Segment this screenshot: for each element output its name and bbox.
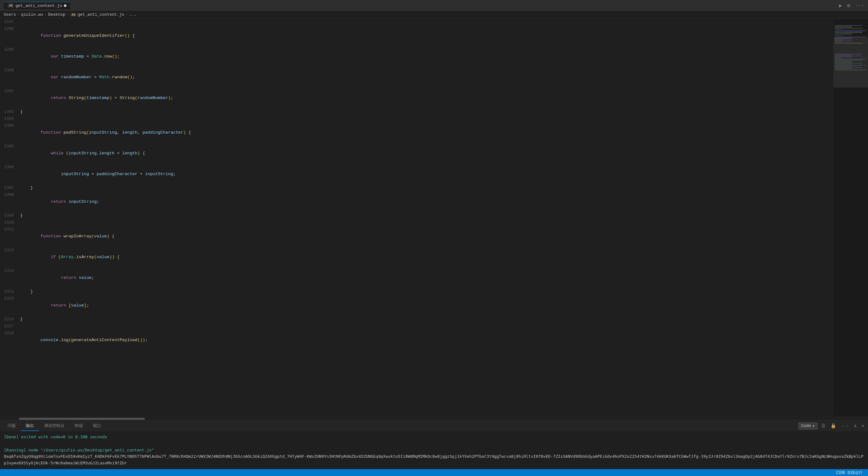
- breadcrumb-filename: get_anti_content.js: [78, 12, 124, 17]
- tab-ports[interactable]: 端口: [88, 421, 106, 431]
- output-result-line: 0aqAfxnZqyG9qg9Vciom7nxFExO34vKmIyzT_K4D…: [4, 453, 864, 467]
- tab-terminal[interactable]: 终端: [69, 421, 88, 431]
- table-row: 1303: [0, 115, 833, 122]
- status-bar-label: CSDN 在线运行: [834, 470, 864, 475]
- more-actions-icon[interactable]: ···: [855, 3, 864, 8]
- lock-icon[interactable]: 🔒: [829, 422, 837, 429]
- split-editor-icon[interactable]: ⊞: [847, 2, 850, 9]
- breadcrumb: Users › qiulin.wu › Desktop › JS get_ant…: [0, 11, 868, 19]
- minimap[interactable]: [833, 19, 868, 417]
- panel-tabs-left: 问题 输出 调试控制台 终端 端口: [2, 421, 106, 431]
- close-panel-icon[interactable]: ✕: [861, 422, 866, 429]
- breadcrumb-users: Users: [4, 12, 16, 17]
- breadcrumb-desktop: Desktop: [48, 12, 65, 17]
- more-panel-icon[interactable]: ···: [840, 423, 850, 429]
- table-row: 1304 function padString(inputString, len…: [0, 122, 833, 143]
- panel-tabs: 问题 输出 调试控制台 终端 端口 Code ▾ ☰ 🔒 ··· ∧: [0, 420, 868, 431]
- table-row: 1298 function generateUniqueIdentifier()…: [0, 26, 833, 46]
- table-row: 1301 return String(timestamp) + String(r…: [0, 88, 833, 108]
- table-row: 1317: [0, 323, 833, 330]
- editor-container: 1297 1298 function generateUniqueIdentif…: [0, 19, 868, 417]
- chevron-down-icon: ▾: [812, 423, 815, 429]
- table-row: 1310: [0, 219, 833, 226]
- run-icon[interactable]: ▶: [839, 2, 842, 9]
- breadcrumb-sep3: ›: [66, 12, 69, 17]
- breadcrumb-more: ...: [129, 12, 136, 17]
- table-row: 1305 while (inputString.length < length)…: [0, 143, 833, 164]
- table-row: 1312 if (Array.isArray(value)) {: [0, 247, 833, 268]
- output-blank-line: [4, 440, 864, 447]
- output-running-line: [Running] node "/Users/qiulin.wu/Desktop…: [4, 447, 864, 454]
- breadcrumb-js-icon: JS: [70, 13, 76, 16]
- chevron-up-icon[interactable]: ∧: [852, 422, 858, 429]
- table-row: 1309 }: [0, 212, 833, 219]
- breadcrumb-sep4: ›: [126, 12, 128, 17]
- table-row: 1314 }: [0, 288, 833, 295]
- tab-filename: get_anti_content.js: [16, 3, 62, 8]
- panel: 问题 输出 调试控制台 终端 端口 Code ▾ ☰ 🔒 ··· ∧: [0, 420, 868, 469]
- scrollbar-thumb[interactable]: [19, 418, 145, 420]
- js-icon: JS: [7, 3, 13, 8]
- table-row: 1300 var randomNumber = Math.random();: [0, 67, 833, 88]
- table-row: 1316 }: [0, 316, 833, 323]
- table-row: 1308 return inputString;: [0, 192, 833, 212]
- clear-output-icon[interactable]: ☰: [820, 422, 827, 429]
- breadcrumb-sep1: ›: [17, 12, 20, 17]
- minimap-viewport: [833, 37, 868, 88]
- output-channel-select[interactable]: Code ▾: [799, 422, 818, 430]
- editor-tab[interactable]: JS get_anti_content.js: [4, 2, 70, 9]
- panel-output: [Done] exited with code=0 in 0.108 secon…: [0, 431, 868, 469]
- breadcrumb-sep2: ›: [44, 12, 47, 17]
- table-row: 1313 return value;: [0, 268, 833, 288]
- panel-tabs-right: Code ▾ ☰ 🔒 ··· ∧ ✕: [799, 422, 866, 430]
- table-row: 1318 console.log(generateAntiContentPayl…: [0, 330, 833, 350]
- table-row: 1311 function wrapInArray(value) {: [0, 226, 833, 247]
- breadcrumb-user: qiulin.wu: [21, 12, 43, 17]
- tab-problems[interactable]: 问题: [2, 421, 21, 431]
- horizontal-scrollbar[interactable]: [0, 417, 868, 420]
- title-bar-left: JS get_anti_content.js: [4, 2, 70, 9]
- table-row: 1302 }: [0, 108, 833, 115]
- title-bar-right: ▶ ⊞ ···: [839, 2, 864, 9]
- output-done-line: [Done] exited with code=0 in 0.108 secon…: [4, 434, 864, 440]
- table-row: 1315 return [value];: [0, 295, 833, 316]
- table-row: 1306 inputString = paddingCharacter + in…: [0, 164, 833, 184]
- status-bar: CSDN 在线运行: [0, 469, 868, 476]
- tab-output[interactable]: 输出: [21, 421, 39, 431]
- tab-debug-console[interactable]: 调试控制台: [39, 421, 69, 431]
- title-bar: JS get_anti_content.js ▶ ⊞ ···: [0, 0, 868, 11]
- table-row: 1299 var timestamp = Date.now();: [0, 46, 833, 67]
- table-row: 1307 }: [0, 184, 833, 192]
- tab-modified-dot: [64, 4, 66, 7]
- table-row: 1297: [0, 19, 833, 26]
- code-editor[interactable]: 1297 1298 function generateUniqueIdentif…: [0, 19, 833, 417]
